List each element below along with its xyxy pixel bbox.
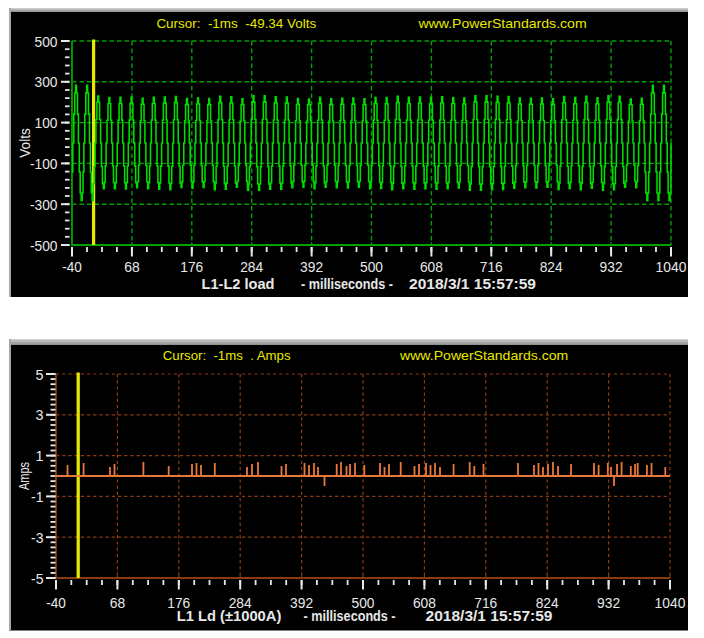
svg-text:www.PowerStandards.com: www.PowerStandards.com xyxy=(417,16,586,31)
svg-text:68: 68 xyxy=(124,258,140,275)
svg-text:1040: 1040 xyxy=(656,258,687,275)
svg-text:L1-L2 load: L1-L2 load xyxy=(202,275,275,292)
svg-text:-5: -5 xyxy=(31,570,44,587)
svg-text:500: 500 xyxy=(35,33,58,50)
svg-text:-3: -3 xyxy=(31,529,44,546)
svg-text:608: 608 xyxy=(420,258,443,275)
svg-text:300: 300 xyxy=(35,73,58,90)
svg-text:-40: -40 xyxy=(46,594,66,611)
svg-text:392: 392 xyxy=(300,258,323,275)
svg-text:-500: -500 xyxy=(30,237,58,254)
svg-text:1: 1 xyxy=(36,447,44,464)
svg-text:932: 932 xyxy=(600,258,623,275)
svg-text:176: 176 xyxy=(180,258,203,275)
svg-text:Volts: Volts xyxy=(17,128,33,158)
svg-text:3: 3 xyxy=(36,406,44,423)
svg-text:2018/3/1 15:57:59: 2018/3/1 15:57:59 xyxy=(409,275,536,292)
svg-text:284: 284 xyxy=(240,258,263,275)
svg-text:Cursor: -1ms . Amps: Cursor: -1ms . Amps xyxy=(163,348,291,363)
svg-text:www.PowerStandards.com: www.PowerStandards.com xyxy=(399,348,568,363)
svg-text:68: 68 xyxy=(110,594,126,611)
svg-text:- milliseconds -: - milliseconds - xyxy=(304,607,396,624)
svg-text:- milliseconds -: - milliseconds - xyxy=(301,275,393,292)
svg-text:5: 5 xyxy=(36,366,44,383)
svg-text:L1 Ld (±1000A): L1 Ld (±1000A) xyxy=(177,607,282,624)
svg-text:932: 932 xyxy=(597,594,620,611)
svg-text:Amps: Amps xyxy=(16,462,32,490)
svg-text:500: 500 xyxy=(360,258,383,275)
svg-text:1040: 1040 xyxy=(655,594,686,611)
svg-text:-300: -300 xyxy=(30,196,58,213)
svg-text:-100: -100 xyxy=(30,155,58,172)
svg-text:-1: -1 xyxy=(31,488,44,505)
svg-text:2018/3/1 15:57:59: 2018/3/1 15:57:59 xyxy=(426,607,553,624)
svg-text:Cursor: -1ms -49.34 Volts: Cursor: -1ms -49.34 Volts xyxy=(156,16,316,31)
svg-text:100: 100 xyxy=(35,114,58,131)
svg-text:824: 824 xyxy=(540,258,563,275)
svg-text:-40: -40 xyxy=(62,258,82,275)
svg-text:716: 716 xyxy=(480,258,503,275)
